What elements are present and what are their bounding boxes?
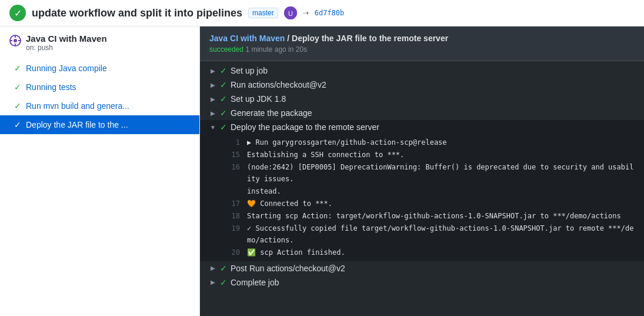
log-line: 15 Establishing a SSH connection to ***.: [200, 149, 644, 161]
job-label: Running tests: [26, 82, 76, 92]
breadcrumb-step: Deploy the JAR file to the remote server: [292, 34, 448, 43]
step-check-icon: ✓: [220, 108, 227, 118]
sidebar-item-running-tests[interactable]: ✓ Running tests: [0, 78, 199, 97]
job-label: Run mvn build and genera...: [26, 101, 129, 111]
line-content: Starting scp Action: target/workflow-git…: [247, 211, 621, 222]
sidebar: Java CI with Maven on: push ✓ Running Ja…: [0, 26, 200, 316]
step-label: Post Run actions/checkout@v2: [231, 264, 345, 273]
breadcrumb-workflow[interactable]: Java CI with Maven: [209, 34, 285, 43]
step-label: Deploy the package to the remote server: [231, 122, 379, 132]
step-check-icon: ✓: [220, 94, 227, 104]
breadcrumb: Java CI with Maven / Deploy the JAR file…: [209, 34, 635, 43]
status-timing: 1 minute ago in 20s: [245, 45, 307, 54]
sidebar-item-deploy-jar[interactable]: ✓ Deploy the JAR file to the ...: [0, 115, 199, 134]
step-post-run-checkout[interactable]: ▶ ✓ Post Run actions/checkout@v2: [200, 261, 644, 275]
step-generate-package[interactable]: ▶ ✓ Generate the package: [200, 106, 644, 120]
log-header: Java CI with Maven / Deploy the JAR file…: [200, 26, 644, 61]
step-complete-job[interactable]: ▶ ✓ Complete job: [200, 275, 644, 290]
log-line: 17 🧡 Connected to ***.: [200, 198, 644, 210]
step-toggle-icon: ▶: [209, 110, 216, 117]
line-content: 🧡 Connected to ***.: [247, 198, 332, 209]
step-label: Complete job: [231, 278, 279, 287]
branch-tag[interactable]: master: [248, 8, 278, 18]
log-line: 1 ▶ Run garygrossgarten/github-action-sc…: [200, 137, 644, 149]
svg-point-3: [14, 39, 17, 42]
log-line: instead.: [200, 185, 644, 198]
status-succeeded: succeeded: [209, 45, 243, 54]
step-set-up-job[interactable]: ▶ ✓ Set up job: [200, 64, 644, 78]
line-content: ✅ scp Action finished.: [247, 247, 345, 258]
step-label: Set up job: [231, 66, 268, 75]
log-line: 16 (node:2642) [DEP0005] DeprecationWarn…: [200, 161, 644, 185]
commit-title: update workflow and split it into pipeli…: [32, 7, 242, 19]
svg-text:U: U: [288, 10, 293, 17]
line-number: [223, 186, 240, 197]
step-check-icon: ✓: [220, 66, 227, 75]
workflow-icon: [9, 35, 21, 49]
log-line: 19 ✓ Successfully copied file target/wor…: [200, 222, 644, 246]
step-list: ▶ ✓ Set up job ▶ ✓ Run actions/checkout@…: [200, 61, 644, 292]
commit-hash[interactable]: 6d7f80b: [315, 9, 345, 17]
line-number: 20: [223, 247, 240, 258]
top-bar: ✓ update workflow and split it into pipe…: [0, 0, 644, 26]
status-line: succeeded 1 minute ago in 20s: [209, 45, 635, 54]
commit-arrow-icon: ⇢: [303, 9, 309, 17]
main-content: Java CI with Maven on: push ✓ Running Ja…: [0, 26, 644, 316]
step-check-icon: ✓: [220, 278, 227, 287]
success-icon: ✓: [9, 5, 26, 21]
job-label: Deploy the JAR file to the ...: [26, 120, 128, 129]
line-content: instead.: [247, 186, 281, 197]
step-expanded-deploy: ▼ ✓ Deploy the package to the remote ser…: [200, 120, 644, 261]
log-lines: 1 ▶ Run garygrossgarten/github-action-sc…: [200, 134, 644, 261]
line-number: 18: [223, 211, 240, 222]
step-toggle-icon: ▶: [209, 82, 216, 88]
step-label: Set up JDK 1.8: [231, 94, 286, 104]
log-line: 20 ✅ scp Action finished.: [200, 247, 644, 259]
step-toggle-icon: ▼: [209, 124, 216, 131]
workflow-trigger: on: push: [26, 44, 107, 52]
step-check-icon: ✓: [220, 80, 227, 89]
step-toggle-icon: ▶: [209, 265, 216, 271]
sidebar-item-running-java-compile[interactable]: ✓ Running Java compile: [0, 59, 199, 78]
workflow-name: Java CI with Maven: [26, 34, 107, 44]
step-deploy-header[interactable]: ▼ ✓ Deploy the package to the remote ser…: [200, 120, 644, 134]
line-content: Establishing a SSH connection to ***.: [247, 149, 404, 161]
workflow-header: Java CI with Maven on: push: [0, 26, 199, 59]
log-line: 18 Starting scp Action: target/workflow-…: [200, 210, 644, 222]
step-toggle-icon: ▶: [209, 279, 216, 285]
line-content: (node:2642) [DEP0005] DeprecationWarning…: [247, 162, 635, 184]
workflow-info: Java CI with Maven on: push: [26, 34, 107, 52]
line-number: 15: [223, 149, 240, 161]
step-set-up-jdk[interactable]: ▶ ✓ Set up JDK 1.8: [200, 92, 644, 106]
job-check-icon: ✓: [14, 101, 21, 111]
line-number: 17: [223, 198, 240, 209]
step-toggle-icon: ▶: [209, 68, 216, 74]
job-check-icon: ✓: [14, 64, 21, 73]
line-number: 16: [223, 162, 240, 184]
line-content: ▶ Run garygrossgarten/github-action-scp@…: [247, 137, 447, 148]
breadcrumb-separator: /: [287, 34, 292, 43]
job-list: ✓ Running Java compile ✓ Running tests ✓…: [0, 59, 199, 134]
line-content: ✓ Successfully copied file target/workfl…: [247, 223, 635, 245]
step-toggle-icon: ▶: [209, 96, 216, 102]
step-run-checkout[interactable]: ▶ ✓ Run actions/checkout@v2: [200, 78, 644, 92]
log-panel: Java CI with Maven / Deploy the JAR file…: [200, 26, 644, 316]
sidebar-item-run-mvn-build[interactable]: ✓ Run mvn build and genera...: [0, 97, 199, 115]
step-label: Generate the package: [231, 108, 312, 118]
step-check-icon: ✓: [220, 122, 227, 132]
job-label: Running Java compile: [26, 64, 107, 73]
step-check-icon: ✓: [220, 264, 227, 273]
job-check-icon: ✓: [14, 82, 21, 92]
avatar: U: [284, 6, 297, 19]
line-number: 19: [223, 223, 240, 245]
line-number: 1: [223, 137, 240, 148]
step-label: Run actions/checkout@v2: [231, 80, 326, 89]
job-check-icon: ✓: [14, 120, 21, 129]
